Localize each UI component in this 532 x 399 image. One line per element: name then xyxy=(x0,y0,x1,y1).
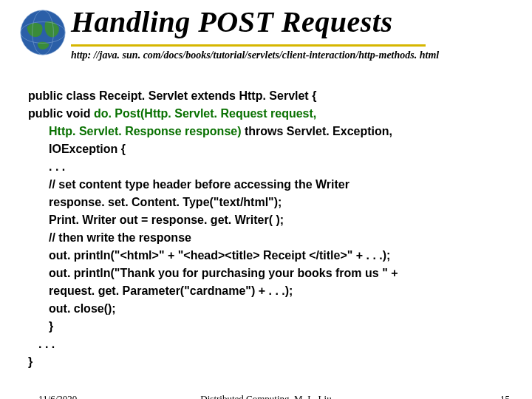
code-line: . . . xyxy=(38,338,55,350)
slide-subtitle: http: //java. sun. com/docs/books/tutori… xyxy=(71,49,455,62)
code-line: public void xyxy=(28,107,94,120)
code-line: IOException { xyxy=(49,143,126,155)
code-line: throws Servlet. Exception, xyxy=(242,125,393,137)
code-line: response. set. Content. Type("text/html"… xyxy=(49,196,282,208)
code-line: // then write the response xyxy=(49,231,191,244)
slide-title: Handling POST Requests xyxy=(71,4,393,39)
footer-center: Distributed Computing, M. L. Liu xyxy=(0,393,532,399)
code-line: Print. Writer out = response. get. Write… xyxy=(49,214,284,226)
code-line: // set content type header before access… xyxy=(49,178,349,191)
code-line: } xyxy=(28,355,33,368)
code-line: } xyxy=(49,320,53,332)
code-line: request. get. Parameter("cardname") + . … xyxy=(49,284,293,297)
code-block: public class Receipt. Servlet extends Ht… xyxy=(28,87,516,371)
code-line: out. close(); xyxy=(49,302,116,315)
code-keyword: do. Post(Http. Servlet. Request request, xyxy=(94,107,316,120)
code-line: . . . xyxy=(49,160,65,173)
code-keyword: Http. Servlet. Response response) xyxy=(49,125,242,137)
code-line: out. println("Thank you for purchasing y… xyxy=(49,267,398,279)
title-underline xyxy=(71,44,426,47)
globe-icon xyxy=(16,6,69,59)
code-line: out. println("<html>" + "<head><title> R… xyxy=(49,249,390,262)
code-line: public class Receipt. Servlet extends Ht… xyxy=(28,89,316,102)
footer-page-number: 15 xyxy=(500,393,510,399)
